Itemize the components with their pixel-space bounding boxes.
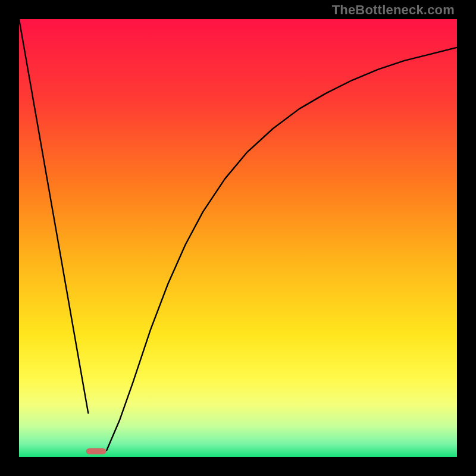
chart-frame: TheBottleneck.com (0, 0, 476, 476)
bottleneck-plot-svg (19, 19, 457, 457)
optimal-marker (86, 448, 107, 454)
plot-area (19, 19, 457, 457)
watermark-text: TheBottleneck.com (332, 2, 455, 18)
